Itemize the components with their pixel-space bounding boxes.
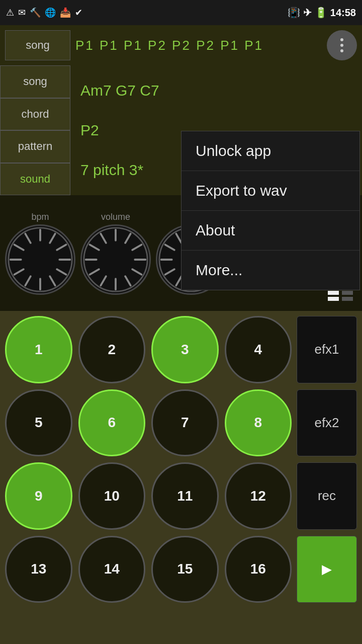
bpm-knob-group: bpm <box>5 212 75 295</box>
pad-1[interactable]: 1 <box>5 316 72 383</box>
side-buttons: efx1efx2rec▶ <box>297 316 357 603</box>
email-icon: ✉ <box>18 7 26 18</box>
pad-2[interactable]: 2 <box>78 316 146 383</box>
pad-7[interactable]: 7 <box>151 389 219 457</box>
nav-chord[interactable]: chord <box>0 98 70 131</box>
volume-knob-group: volume <box>80 212 151 295</box>
pad-13[interactable]: 13 <box>5 536 72 603</box>
download-icon: 📥 <box>60 7 71 18</box>
export-wav-item[interactable]: Export to wav <box>182 171 359 211</box>
bpm-label: bpm <box>31 212 49 222</box>
clock: 14:58 <box>330 7 356 19</box>
nav-song[interactable]: song <box>0 65 70 98</box>
check-icon: ✔ <box>75 7 82 18</box>
more-item[interactable]: More... <box>182 251 359 290</box>
menu-button[interactable] <box>327 30 357 60</box>
volume-label: volume <box>101 212 130 222</box>
pad-10[interactable]: 10 <box>78 462 146 530</box>
mid-section: song chord pattern sound Am7 G7 C7 P2 7 … <box>0 65 362 195</box>
dropdown-menu: Unlock app Export to wav About More... <box>181 131 360 290</box>
vibrate-icon: 📳 <box>288 7 300 19</box>
pad-11[interactable]: 11 <box>151 462 219 530</box>
pad-3[interactable]: 3 <box>151 316 219 383</box>
dot3 <box>340 49 343 52</box>
tool-icon: 🔨 <box>30 7 41 18</box>
battery-icon: 🔋 <box>315 7 327 19</box>
dot2 <box>340 44 343 47</box>
pad-4[interactable]: 4 <box>225 316 292 383</box>
nav-sound[interactable]: sound <box>0 163 70 196</box>
side-nav: song chord pattern sound <box>0 65 70 195</box>
dot1 <box>340 38 343 41</box>
efx2-button[interactable]: efx2 <box>297 389 357 457</box>
rec-button[interactable]: rec <box>297 462 357 530</box>
pad-8[interactable]: 8 <box>225 389 292 457</box>
status-right: 📳 ✈ 🔋 14:58 <box>288 7 356 19</box>
airplane-icon: ✈ <box>303 7 312 19</box>
globe-icon: 🌐 <box>45 7 56 18</box>
pad-5[interactable]: 5 <box>5 389 72 457</box>
pattern-row: P1 P1 P1 P2 P2 P2 P1 P1 <box>75 38 322 53</box>
song-button[interactable]: song <box>5 30 70 60</box>
volume-knob[interactable] <box>80 224 151 295</box>
chord-display: Am7 G7 C7 <box>80 82 352 99</box>
status-bar: ⚠ ✉ 🔨 🌐 📥 ✔ 📳 ✈ 🔋 14:58 <box>0 0 362 25</box>
pad-9[interactable]: 9 <box>5 462 72 530</box>
pad-grid: 12345678910111213141516 <box>5 316 292 603</box>
pad-6[interactable]: 6 <box>78 389 146 457</box>
pad-15[interactable]: 15 <box>151 536 219 603</box>
about-item[interactable]: About <box>182 211 359 251</box>
unlock-app-item[interactable]: Unlock app <box>182 131 359 171</box>
efx1-button[interactable]: efx1 <box>297 316 357 383</box>
bpm-knob[interactable] <box>5 224 75 295</box>
warning-icon: ⚠ <box>6 7 14 18</box>
pad-16[interactable]: 16 <box>225 536 292 603</box>
pad-14[interactable]: 14 <box>78 536 146 603</box>
status-icons: ⚠ ✉ 🔨 🌐 📥 ✔ <box>6 7 82 18</box>
nav-pattern[interactable]: pattern <box>0 130 70 163</box>
play-button[interactable]: ▶ <box>297 536 357 603</box>
pad-12[interactable]: 12 <box>225 462 292 530</box>
bottom-area: 12345678910111213141516 efx1efx2rec▶ <box>0 311 362 608</box>
top-bar: song P1 P1 P1 P2 P2 P2 P1 P1 <box>0 25 362 65</box>
